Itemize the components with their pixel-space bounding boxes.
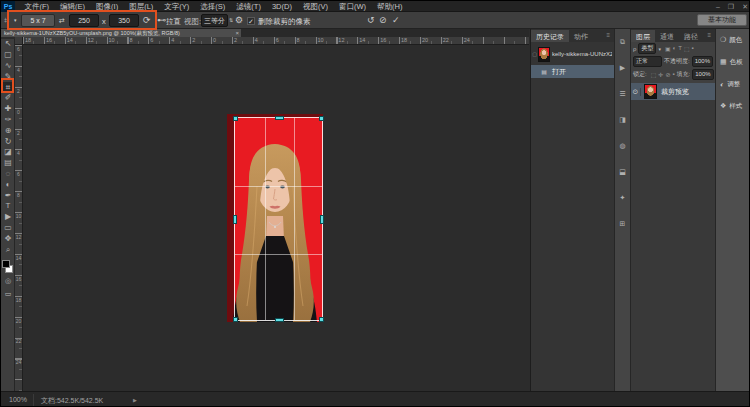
crop-handle-top-left[interactable]: [233, 116, 238, 121]
vertical-ruler[interactable]: 642024681012141618202224: [15, 45, 23, 391]
layer-filter-icon[interactable]: ▣: [665, 45, 671, 52]
collapsed-panel-icon[interactable]: ◨: [619, 107, 626, 133]
collapsed-panel-icon[interactable]: ⊞: [620, 211, 626, 237]
move-tool[interactable]: ↖: [1, 39, 15, 50]
eraser-tool[interactable]: ◪: [1, 147, 15, 158]
layer-filter-icon[interactable]: ▪: [692, 45, 694, 52]
tab-close-icon[interactable]: ×: [235, 29, 239, 37]
reset-crop-icon[interactable]: ↺: [367, 14, 375, 27]
crop-handle-bottom-right[interactable]: [319, 317, 324, 322]
gradient-tool[interactable]: ▤: [1, 158, 15, 169]
close-icon[interactable]: ✕: [742, 1, 748, 12]
clone-stamp-tool[interactable]: ⊕: [1, 125, 15, 136]
history-source-icon[interactable]: ▢: [531, 51, 538, 57]
layer-filter-icon[interactable]: T: [678, 45, 682, 52]
zoom-tool[interactable]: ⌕: [1, 244, 15, 255]
layers-panel-tab[interactable]: 图层: [631, 30, 655, 42]
commit-crop-icon[interactable]: ✓: [392, 14, 400, 27]
crop-handle-top-right[interactable]: [319, 116, 324, 121]
collapsed-panel-icon[interactable]: ▶: [620, 55, 625, 81]
lock-icon[interactable]: ✛: [658, 71, 663, 78]
menu-item[interactable]: 视图(V): [297, 1, 333, 12]
workspace-switcher-button[interactable]: 基本功能: [697, 14, 747, 26]
menu-item[interactable]: 滤镜(T): [231, 1, 267, 12]
crop-handle-right[interactable]: [320, 215, 324, 224]
layer-filter-icon[interactable]: ⬚: [684, 45, 690, 52]
collapsed-panel-icon[interactable]: ⧉: [620, 29, 625, 55]
ruler-number: 4: [169, 37, 190, 44]
status-options-arrow-icon[interactable]: ▶: [133, 397, 137, 403]
filter-search-icon[interactable]: ρ: [633, 46, 636, 52]
history-snapshot-row[interactable]: ▢ kelly-sikkema-UUNzXZB…: [531, 45, 615, 63]
straighten-label[interactable]: 拉直: [166, 15, 181, 28]
crop-handle-left[interactable]: [233, 215, 237, 224]
screen-mode-icon[interactable]: ▭: [1, 290, 15, 298]
collapsed-panel-icon[interactable]: ◍: [619, 133, 625, 159]
swatches-panel[interactable]: ▦ 色板: [716, 51, 750, 73]
layers-panel-tab[interactable]: 路径: [679, 30, 703, 42]
horizontal-ruler[interactable]: 18161412108642024681012141618202224: [23, 37, 529, 45]
status-bar: 100% 文档:542.5K/542.5K ▶: [1, 391, 750, 407]
ruler-number: 6: [15, 170, 22, 191]
shape-tool[interactable]: ▭: [1, 223, 15, 234]
layer-filter-icon[interactable]: ◐: [673, 45, 677, 52]
history-step-open[interactable]: ▤ 打开: [531, 65, 615, 78]
crop-box[interactable]: [234, 117, 323, 321]
layer-filter-dropdown[interactable]: 类型: [638, 43, 656, 54]
menu-item[interactable]: 选择(S): [195, 1, 231, 12]
adjustments-panel[interactable]: ◐ 调整: [716, 73, 750, 95]
opacity-value-dropdown[interactable]: 100%: [692, 56, 713, 67]
menu-item[interactable]: 帮助(H): [372, 1, 408, 12]
color-panel[interactable]: ❍ 颜色: [716, 29, 750, 51]
minimize-icon[interactable]: –: [716, 1, 720, 12]
healing-brush-tool[interactable]: ✚: [1, 104, 15, 115]
quick-mask-icon[interactable]: ◎: [1, 277, 15, 285]
blend-mode-dropdown[interactable]: 正常: [633, 56, 662, 67]
cancel-crop-icon[interactable]: ⊘: [379, 14, 387, 27]
crop-handle-top[interactable]: [275, 116, 284, 120]
history-panel-tab[interactable]: 历史记录: [531, 30, 569, 42]
crop-options-gear-icon[interactable]: ⚙: [235, 14, 243, 27]
delete-cropped-pixels-checkbox[interactable]: ✓: [247, 17, 255, 25]
eyedropper-tool[interactable]: ✐: [1, 93, 15, 104]
panel-menu-icon[interactable]: ≡: [606, 32, 613, 39]
crop-handle-bottom[interactable]: [275, 318, 284, 322]
restore-icon[interactable]: ❐: [728, 1, 734, 12]
path-select-tool[interactable]: ▶: [1, 212, 15, 223]
collapsed-panel-icon[interactable]: ☰: [619, 81, 625, 107]
type-tool[interactable]: T: [1, 201, 15, 212]
panel-menu-icon[interactable]: ≡: [707, 32, 714, 39]
history-panel-tab[interactable]: 动作: [569, 30, 593, 42]
straighten-icon[interactable]: ⊷: [157, 14, 166, 27]
blur-tool[interactable]: ◌: [1, 169, 15, 180]
pen-tool[interactable]: ✒: [1, 190, 15, 201]
ruler-number: 20: [15, 317, 22, 338]
collapsed-panel-icon[interactable]: ✦: [620, 185, 626, 211]
lock-icon[interactable]: ⬚: [651, 71, 657, 78]
menu-item[interactable]: 窗口(W): [333, 1, 371, 12]
lock-icon[interactable]: ▪: [672, 71, 674, 78]
styles-panel[interactable]: ❖ 样式: [716, 95, 750, 117]
crop-handle-bottom-left[interactable]: [233, 317, 238, 322]
tool-icon: ✚: [5, 104, 12, 114]
layer-row-crop-preview[interactable]: ⊙ 裁剪预览: [631, 83, 716, 100]
menu-item[interactable]: 文字(Y): [159, 1, 195, 12]
overlay-mode-dropdown[interactable]: 三等分: [201, 14, 228, 27]
dodge-tool[interactable]: ◐: [1, 179, 15, 190]
document-tab[interactable]: kelly-sikkema-1UNzXZB5yOU-unsplash.png @…: [1, 29, 241, 37]
history-brush-tool[interactable]: ↻: [1, 136, 15, 147]
foreground-color-swatch[interactable]: [2, 260, 10, 268]
hand-tool[interactable]: ✥: [1, 233, 15, 244]
marquee-tool[interactable]: ▢: [1, 50, 15, 61]
ruler-origin-corner[interactable]: [15, 37, 23, 45]
lasso-tool[interactable]: ∿: [1, 61, 15, 72]
collapsed-panel-icon[interactable]: ⬓: [619, 159, 626, 185]
lock-icon[interactable]: ⊘: [665, 71, 670, 78]
menu-item[interactable]: 3D(D): [266, 1, 297, 12]
overlay-spinner-icon[interactable]: ⇅: [229, 14, 233, 27]
layers-panel-tab[interactable]: 通道: [655, 30, 679, 42]
fill-value-dropdown[interactable]: 100%: [692, 69, 713, 80]
zoom-level-field[interactable]: 100%: [9, 396, 27, 403]
layer-visibility-eye-icon[interactable]: ⊙: [631, 88, 641, 96]
brush-tool[interactable]: ✑: [1, 115, 15, 126]
